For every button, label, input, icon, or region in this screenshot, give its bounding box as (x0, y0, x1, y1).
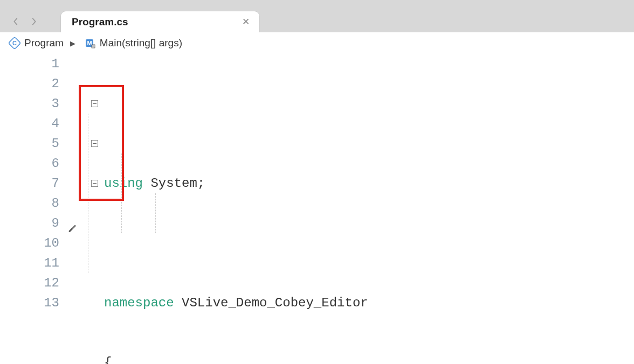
svg-rect-8 (68, 228, 73, 232)
csharp-file-icon: C (9, 37, 20, 49)
editor-tab[interactable]: Program.cs ✕ (60, 11, 260, 32)
line-number: 3 (0, 94, 59, 114)
tab-strip: Program.cs ✕ (0, 9, 634, 32)
line-number-gutter: 1 2 3 4 5 6 7 8 9 10 11 12 13 (0, 54, 84, 364)
method-icon: M (84, 37, 96, 49)
nav-forward-icon[interactable] (30, 17, 38, 28)
nav-back-icon[interactable] (12, 17, 19, 28)
svg-rect-4 (92, 45, 95, 48)
line-number: 8 (0, 193, 59, 213)
indent-guide (121, 153, 122, 233)
line-number: 11 (0, 253, 59, 273)
line-number: 5 (0, 134, 59, 153)
title-bar-spacer (0, 0, 634, 9)
breadcrumb-item[interactable]: Program (24, 37, 64, 49)
line-number: 10 (0, 233, 59, 253)
code-line[interactable] (104, 233, 461, 253)
line-number: 1 (0, 54, 59, 74)
chevron-right-icon: ▶ (70, 39, 75, 47)
line-number: 7 (0, 173, 59, 193)
code-line[interactable]: namespace VSLive_Demo_Cobey_Editor (104, 293, 461, 313)
line-number: 12 (0, 273, 59, 293)
quick-actions-icon[interactable] (66, 220, 77, 230)
line-number: 4 (0, 114, 59, 134)
indent-guide (88, 114, 88, 273)
line-number: 2 (0, 74, 59, 94)
indent-guide (155, 193, 156, 233)
code-editor[interactable]: 1 2 3 4 5 6 7 8 9 10 11 12 13 using Syst… (0, 54, 634, 364)
svg-rect-7 (72, 225, 76, 229)
code-line[interactable]: { (104, 353, 461, 364)
line-number: 9 (0, 213, 59, 233)
tab-label: Program.cs (72, 16, 128, 28)
code-area[interactable]: using System; namespace VSLive_Demo_Cobe… (84, 54, 461, 364)
svg-text:M: M (87, 40, 92, 46)
svg-text:C: C (12, 40, 17, 46)
code-line[interactable]: using System; (104, 173, 461, 193)
breadcrumb-item[interactable]: Main(string[] args) (100, 37, 182, 49)
line-number: 6 (0, 153, 59, 173)
close-icon[interactable]: ✕ (242, 16, 250, 27)
breadcrumb[interactable]: C Program ▶ M Main(string[] args) (0, 32, 634, 54)
line-number: 13 (0, 293, 59, 313)
